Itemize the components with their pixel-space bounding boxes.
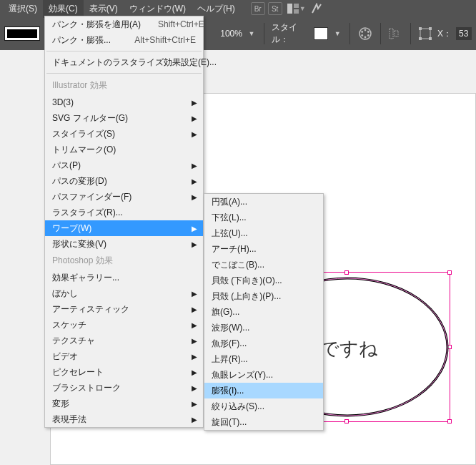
warp-rise[interactable]: 上昇(R)... — [204, 351, 323, 367]
warp-arc[interactable]: 円弧(A)... — [204, 194, 323, 210]
canvas-text[interactable]: ですね — [320, 336, 378, 361]
stock-icon[interactable]: St — [268, 2, 282, 15]
menu-texture[interactable]: テクスチャ▶ — [45, 333, 203, 348]
warp-arch[interactable]: アーチ(H)... — [204, 241, 323, 257]
menu-rasterize[interactable]: ラスタライズ(R)... — [45, 205, 203, 220]
warp-shell-lower[interactable]: 貝殻 (下向き)(O)... — [204, 273, 323, 288]
arrange-documents-icon[interactable] — [285, 1, 301, 16]
submenu-arrow-icon: ▶ — [192, 337, 197, 345]
style-dropdown-icon[interactable]: ▼ — [332, 30, 342, 37]
svg-rect-14 — [429, 27, 432, 30]
menu-distort-ps[interactable]: 変形▶ — [45, 396, 203, 411]
submenu-arrow-icon: ▶ — [192, 416, 197, 424]
warp-bulge[interactable]: でこぼこ(B)... — [204, 257, 323, 273]
menu-effect-gallery[interactable]: 効果ギャラリー... — [45, 270, 203, 285]
menu-warp[interactable]: ワープ(W)▶ — [45, 220, 203, 236]
zoom-value[interactable]: 100% — [220, 29, 242, 39]
menu-effect[interactable]: 効果(C) — [43, 0, 84, 18]
svg-rect-0 — [287, 4, 292, 14]
submenu-arrow-icon: ▶ — [192, 353, 197, 361]
style-label: スタイル： — [272, 21, 309, 46]
submenu-arrow-icon: ▶ — [192, 99, 197, 107]
menu-artistic[interactable]: アーティスティック▶ — [45, 301, 203, 317]
menu-convert-to-shape[interactable]: 形状に変換(V)▶ — [45, 236, 203, 252]
x-value[interactable]: 53 — [456, 27, 472, 40]
menu-view[interactable]: 表示(V) — [84, 0, 124, 18]
stroke-swatch[interactable] — [4, 26, 40, 41]
submenu-arrow-icon: ▶ — [192, 368, 197, 376]
submenu-arrow-icon: ▶ — [192, 225, 197, 232]
menu-video[interactable]: ビデオ▶ — [45, 348, 203, 364]
submenu-arrow-icon: ▶ — [192, 321, 197, 329]
section-photoshop-effects: Photoshop 効果 — [45, 252, 203, 270]
menu-last-effect[interactable]: パンク・膨張...Alt+Shift+Ctrl+E — [45, 32, 203, 48]
submenu-arrow-icon: ▶ — [192, 193, 197, 201]
warp-flag[interactable]: 旗(G)... — [204, 304, 323, 320]
menu-stylize-ps[interactable]: 表現手法▶ — [45, 411, 203, 427]
svg-rect-12 — [420, 29, 430, 39]
warp-submenu: 円弧(A)... 下弦(L)... 上弦(U)... アーチ(H)... でこぼ… — [204, 193, 324, 431]
gpu-icon[interactable] — [309, 1, 324, 16]
svg-rect-15 — [419, 37, 422, 40]
submenu-arrow-icon: ▶ — [192, 240, 197, 248]
section-illustrator-effects: Illustrator 効果 — [45, 77, 203, 94]
warp-arc-upper[interactable]: 上弦(U)... — [204, 225, 323, 241]
menu-stylize[interactable]: スタイライズ(S)▶ — [45, 126, 203, 142]
menu-document-raster-settings[interactable]: ドキュメントのラスタライズ効果設定(E)... — [45, 54, 203, 70]
graphic-style-swatch[interactable] — [314, 27, 328, 40]
warp-twist[interactable]: 旋回(T)... — [204, 414, 323, 430]
menu-pathfinder[interactable]: パスファインダー(F)▶ — [45, 189, 203, 205]
submenu-arrow-icon: ▶ — [192, 400, 197, 408]
menu-brush-strokes[interactable]: ブラシストローク▶ — [45, 380, 203, 396]
effect-menu: パンク・膨張を適用(A)Shift+Ctrl+E パンク・膨張...Alt+Sh… — [44, 16, 204, 428]
menu-window[interactable]: ウィンドウ(W) — [124, 0, 192, 18]
warp-shell-upper[interactable]: 貝殻 (上向き)(P)... — [204, 288, 323, 304]
menu-crop-marks[interactable]: トリムマーク(O) — [45, 142, 203, 157]
menu-pixelate[interactable]: ピクセレート▶ — [45, 364, 203, 380]
svg-rect-10 — [390, 29, 393, 39]
svg-rect-2 — [294, 9, 299, 14]
warp-inflate[interactable]: 膨張(I)... — [204, 383, 323, 398]
svg-rect-16 — [429, 37, 432, 40]
submenu-arrow-icon: ▶ — [192, 130, 197, 138]
warp-fisheye[interactable]: 魚眼レンズ(Y)... — [204, 367, 323, 383]
svg-rect-11 — [395, 31, 398, 36]
menu-apply-last-effect[interactable]: パンク・膨張を適用(A)Shift+Ctrl+E — [45, 16, 203, 32]
recolor-icon[interactable] — [357, 25, 372, 42]
menu-select[interactable]: 選択(S) — [3, 0, 43, 18]
submenu-arrow-icon: ▶ — [192, 290, 197, 298]
submenu-arrow-icon: ▶ — [192, 177, 197, 185]
zoom-dropdown-icon[interactable]: ▼ — [247, 30, 257, 37]
warp-fish[interactable]: 魚形(F)... — [204, 336, 323, 351]
menu-path[interactable]: パス(P)▶ — [45, 157, 203, 173]
transform-icon[interactable] — [418, 25, 433, 42]
svg-point-9 — [361, 31, 363, 33]
bridge-icon[interactable]: Br — [251, 2, 265, 15]
menu-blur[interactable]: ぼかし▶ — [45, 285, 203, 301]
menu-3d[interactable]: 3D(3)▶ — [45, 94, 203, 110]
submenu-arrow-icon: ▶ — [192, 305, 197, 313]
svg-point-8 — [361, 34, 363, 36]
submenu-arrow-icon: ▶ — [192, 384, 197, 392]
svg-rect-13 — [419, 27, 422, 30]
submenu-arrow-icon: ▶ — [192, 162, 197, 170]
menu-sketch[interactable]: スケッチ▶ — [45, 317, 203, 333]
svg-point-7 — [364, 36, 366, 39]
svg-rect-1 — [294, 4, 299, 8]
svg-point-5 — [367, 31, 370, 33]
menu-svg-filters[interactable]: SVG フィルター(G)▶ — [45, 110, 203, 126]
warp-arc-lower[interactable]: 下弦(L)... — [204, 210, 323, 225]
x-label: X： — [437, 28, 452, 40]
menu-distort-transform[interactable]: パスの変形(D)▶ — [45, 173, 203, 189]
svg-point-6 — [367, 34, 370, 36]
menubar: 選択(S) 効果(C) 表示(V) ウィンドウ(W) ヘルプ(H) Br St … — [0, 0, 476, 17]
warp-wave[interactable]: 波形(W)... — [204, 320, 323, 336]
svg-point-4 — [364, 29, 366, 31]
menu-help[interactable]: ヘルプ(H) — [192, 0, 241, 18]
warp-squeeze[interactable]: 絞り込み(S)... — [204, 398, 323, 414]
align-icon[interactable] — [387, 25, 402, 42]
submenu-arrow-icon: ▶ — [192, 114, 197, 122]
